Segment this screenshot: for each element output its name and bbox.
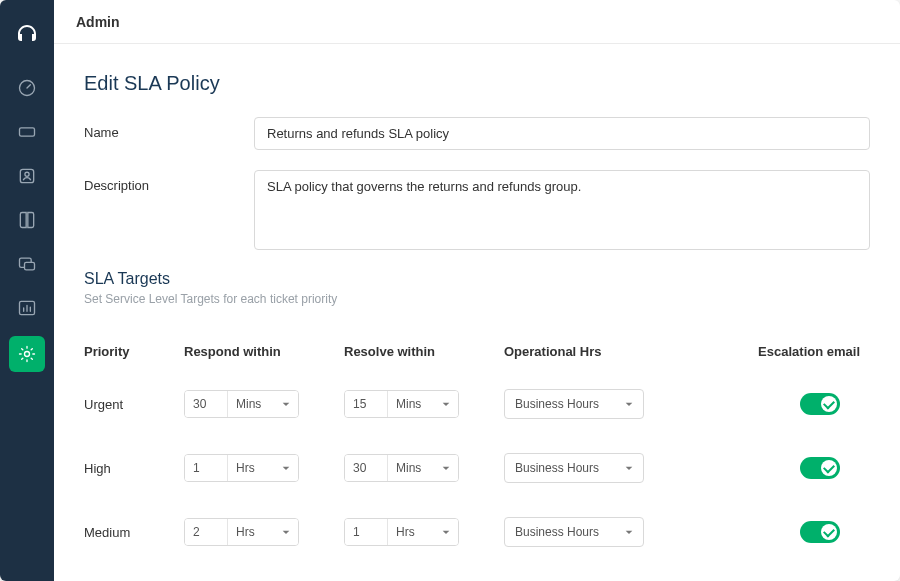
escalation-cell [704,521,870,543]
svg-rect-5 [25,262,35,270]
targets-row: UrgentMinsHrsDaysMinsHrsDaysBusiness Hou… [84,379,870,429]
respond-unit-select[interactable]: MinsHrsDays [227,519,298,545]
resolve-cell: MinsHrsDays [344,390,504,418]
ophrs-select[interactable]: Business HoursCalendar Hours [504,453,644,483]
sla-targets-subheading: Set Service Level Targets for each ticke… [84,292,870,306]
priority-label: Urgent [84,397,184,412]
sla-targets-heading: SLA Targets [84,270,870,288]
sidebar-nav-contacts[interactable] [0,154,54,198]
escalation-cell [704,393,870,415]
resolve-combo: MinsHrsDays [344,454,459,482]
header-priority: Priority [84,344,184,359]
respond-cell: MinsHrsDays [184,390,344,418]
escalation-toggle[interactable] [800,457,840,479]
resolve-cell: MinsHrsDays [344,454,504,482]
targets-header-row: Priority Respond within Resolve within O… [84,334,870,369]
sidebar-nav-reports[interactable] [0,286,54,330]
targets-row: MediumMinsHrsDaysMinsHrsDaysBusiness Hou… [84,507,870,557]
sidebar-nav-knowledge[interactable] [0,198,54,242]
app-root: Admin Edit SLA Policy Name Description S… [0,0,900,581]
priority-label: High [84,461,184,476]
svg-point-3 [25,172,29,176]
respond-value-input[interactable] [185,455,227,481]
check-icon [821,460,837,476]
sidebar-nav-chat[interactable] [0,242,54,286]
ophrs-cell: Business HoursCalendar Hours [504,389,704,419]
escalation-toggle[interactable] [800,393,840,415]
check-icon [821,396,837,412]
breadcrumb-root: Admin [76,14,120,30]
header-escalate: Escalation email [704,344,870,359]
sidebar-nav-tickets[interactable] [0,110,54,154]
ophrs-select[interactable]: Business HoursCalendar Hours [504,389,644,419]
resolve-combo: MinsHrsDays [344,390,459,418]
respond-cell: MinsHrsDays [184,454,344,482]
barchart-icon [17,298,37,318]
app-logo[interactable] [0,10,54,60]
respond-combo: MinsHrsDays [184,390,299,418]
main-pane: Admin Edit SLA Policy Name Description S… [54,0,900,581]
resolve-unit-select[interactable]: MinsHrsDays [387,455,458,481]
gear-icon [17,344,37,364]
sidebar-nav-dashboard[interactable] [0,66,54,110]
ophrs-select[interactable]: Business HoursCalendar Hours [504,517,644,547]
escalation-toggle[interactable] [800,521,840,543]
headset-icon [15,23,39,47]
description-row: Description [84,170,870,250]
respond-combo: MinsHrsDays [184,454,299,482]
header-resolve: Resolve within [344,344,504,359]
escalation-cell [704,457,870,479]
respond-cell: MinsHrsDays [184,518,344,546]
respond-value-input[interactable] [185,519,227,545]
description-input[interactable] [254,170,870,250]
contact-icon [17,166,37,186]
resolve-unit-select[interactable]: MinsHrsDays [387,519,458,545]
priority-label: Medium [84,525,184,540]
resolve-unit-select[interactable]: MinsHrsDays [387,391,458,417]
respond-unit-select[interactable]: MinsHrsDays [227,391,298,417]
ticket-icon [17,122,37,142]
respond-unit-select[interactable]: MinsHrsDays [227,455,298,481]
page-title: Edit SLA Policy [84,72,870,95]
svg-rect-1 [20,128,35,136]
resolve-cell: MinsHrsDays [344,518,504,546]
name-input[interactable] [254,117,870,150]
resolve-value-input[interactable] [345,391,387,417]
resolve-value-input[interactable] [345,455,387,481]
name-row: Name [84,117,870,150]
header-ophrs: Operational Hrs [504,344,704,359]
content-area: Edit SLA Policy Name Description SLA Tar… [54,44,900,581]
targets-row: LowMinsHrsDaysMinsHrsDaysBusiness HoursC… [84,571,870,581]
header-respond: Respond within [184,344,344,359]
check-icon [821,524,837,540]
ophrs-cell: Business HoursCalendar Hours [504,453,704,483]
targets-body: UrgentMinsHrsDaysMinsHrsDaysBusiness Hou… [84,379,870,581]
resolve-value-input[interactable] [345,519,387,545]
svg-point-7 [25,352,30,357]
ophrs-cell: Business HoursCalendar Hours [504,517,704,547]
name-label: Name [84,117,254,140]
sidebar-nav-settings[interactable] [9,336,45,372]
book-icon [17,210,37,230]
targets-row: HighMinsHrsDaysMinsHrsDaysBusiness Hours… [84,443,870,493]
gauge-icon [17,78,37,98]
respond-combo: MinsHrsDays [184,518,299,546]
sidebar [0,0,54,581]
resolve-combo: MinsHrsDays [344,518,459,546]
chat-icon [17,254,37,274]
topbar: Admin [54,0,900,44]
description-label: Description [84,170,254,193]
respond-value-input[interactable] [185,391,227,417]
